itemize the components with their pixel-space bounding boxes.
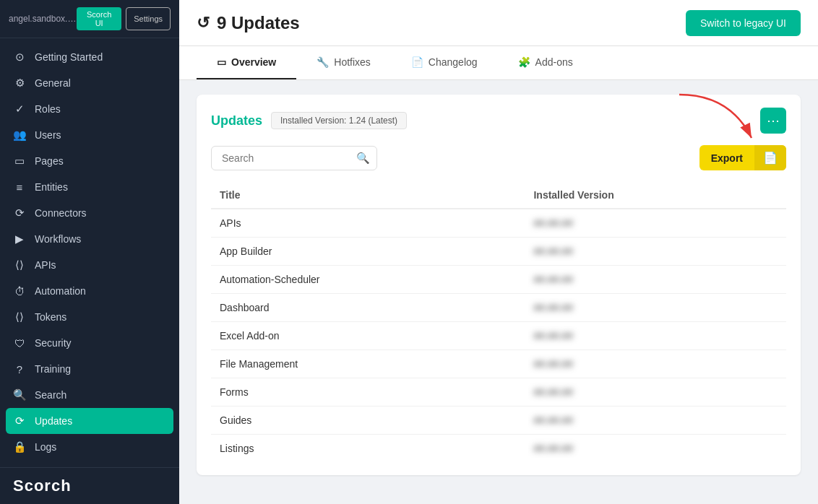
hotfixes-tab-label: Hotfixes xyxy=(334,56,371,68)
row-title: Guides xyxy=(211,407,525,435)
sidebar-item-users[interactable]: 👥 Users xyxy=(0,122,179,148)
workflows-icon: ▶ xyxy=(13,233,26,246)
sidebar-item-label: Entities xyxy=(35,181,68,193)
version-badge: Installed Version: 1.24 (Latest) xyxy=(271,112,407,129)
logs-icon: 🔒 xyxy=(13,440,26,453)
entities-icon: ≡ xyxy=(13,181,26,194)
tab-hotfixes[interactable]: 🔧 Hotfixes xyxy=(296,46,391,79)
sidebar-item-tokens[interactable]: ⟨⟩ Tokens xyxy=(0,304,179,330)
tokens-icon: ⟨⟩ xyxy=(13,310,26,323)
sidebar-item-label: Roles xyxy=(35,103,61,115)
export-icon-button[interactable]: 📄 xyxy=(754,145,786,170)
getting-started-icon: ⊙ xyxy=(13,51,26,64)
more-icon: ⋯ xyxy=(767,113,780,129)
table-row: Excel Add-on ##.##.## xyxy=(211,322,786,350)
legacy-ui-button[interactable]: Switch to legacy UI xyxy=(686,10,801,36)
page-title: 9 Updates xyxy=(217,13,300,33)
search-icon: 🔍 xyxy=(13,388,26,401)
table-row: Automation-Scheduler ##.##.## xyxy=(211,266,786,294)
sidebar-footer: Scorch xyxy=(0,467,179,504)
row-version: ##.##.## xyxy=(525,407,786,435)
sidebar-item-training[interactable]: ? Training xyxy=(0,356,179,382)
export-dropdown: Export 📄 xyxy=(699,145,786,170)
sidebar-user: angel.sandbox.0 ~ xyxy=(9,14,77,24)
sidebar-nav: ⊙ Getting Started ⚙ General ✓ Roles 👥 Us… xyxy=(0,38,179,467)
row-title: APIs xyxy=(211,209,525,238)
row-title: Automation-Scheduler xyxy=(211,266,525,294)
sidebar-item-label: Connectors xyxy=(35,207,87,219)
row-version: ##.##.## xyxy=(525,294,786,322)
sidebar-primary-btn[interactable]: Scorch UI xyxy=(77,7,121,30)
sidebar-item-label: Logs xyxy=(35,441,56,453)
updates-icon: ↺ xyxy=(197,14,210,32)
table-row: App Builder ##.##.## xyxy=(211,238,786,266)
updates-card: Updates Installed Version: 1.24 (Latest)… xyxy=(197,95,801,475)
changelog-tab-icon: 📄 xyxy=(411,56,423,68)
tab-add-ons[interactable]: 🧩 Add-ons xyxy=(498,46,593,79)
row-title: Dashboard xyxy=(211,294,525,322)
roles-icon: ✓ xyxy=(13,103,26,116)
row-title: App Builder xyxy=(211,238,525,266)
sidebar-item-getting-started[interactable]: ⊙ Getting Started xyxy=(0,44,179,70)
row-title: Forms xyxy=(211,378,525,407)
users-icon: 👥 xyxy=(13,129,26,142)
sidebar-item-workflows[interactable]: ▶ Workflows xyxy=(0,226,179,252)
search-input[interactable] xyxy=(211,146,377,170)
topbar: ↺ 9 Updates Switch to legacy UI xyxy=(179,0,818,46)
sidebar-item-roles[interactable]: ✓ Roles xyxy=(0,96,179,122)
tab-overview[interactable]: ▭ Overview xyxy=(197,46,296,79)
changelog-tab-label: Changelog xyxy=(429,56,478,68)
row-title: File Management xyxy=(211,350,525,378)
sidebar-item-label: Search xyxy=(35,389,66,401)
hotfixes-tab-icon: 🔧 xyxy=(317,56,329,68)
sidebar-item-automation[interactable]: ⏱ Automation xyxy=(0,278,179,304)
export-label[interactable]: Export xyxy=(699,147,754,170)
updates-table: Title Installed Version APIs ##.##.## Ap… xyxy=(211,182,786,462)
more-options-button[interactable]: ⋯ xyxy=(760,108,786,134)
sidebar-item-search[interactable]: 🔍 Search xyxy=(0,382,179,408)
search-icon: 🔍 xyxy=(356,152,370,165)
updates-header: Updates Installed Version: 1.24 (Latest)… xyxy=(211,108,786,134)
sidebar-item-security[interactable]: 🛡 Security xyxy=(0,330,179,356)
sidebar-item-logs[interactable]: 🔒 Logs xyxy=(0,434,179,460)
sidebar-item-label: Security xyxy=(35,337,72,349)
search-input-wrap: 🔍 xyxy=(211,146,377,170)
sidebar-item-updates[interactable]: ⟳ Updates xyxy=(6,408,173,434)
row-version: ##.##.## xyxy=(525,350,786,378)
add-ons-tab-icon: 🧩 xyxy=(518,56,530,68)
sidebar-item-label: Users xyxy=(35,129,61,141)
table-row: File Management ##.##.## xyxy=(211,350,786,378)
row-version: ##.##.## xyxy=(525,435,786,463)
updates-title-group: Updates Installed Version: 1.24 (Latest) xyxy=(211,112,407,129)
topbar-title-group: ↺ 9 Updates xyxy=(197,13,300,33)
table-row: Forms ##.##.## xyxy=(211,378,786,407)
sidebar-item-label: Pages xyxy=(35,155,64,167)
sidebar-item-label: Training xyxy=(35,363,71,375)
sidebar: angel.sandbox.0 ~ Scorch UI Settings ⊙ G… xyxy=(0,0,179,504)
sidebar-item-entities[interactable]: ≡ Entities xyxy=(0,174,179,200)
search-row: 🔍 Export 📄 xyxy=(211,145,786,170)
sidebar-item-label: Tokens xyxy=(35,311,66,323)
automation-icon: ⏱ xyxy=(13,284,26,297)
pages-icon: ▭ xyxy=(13,155,26,168)
apis-icon: ⟨⟩ xyxy=(13,258,26,271)
row-version: ##.##.## xyxy=(525,378,786,407)
tabs-bar: ▭ Overview 🔧 Hotfixes 📄 Changelog 🧩 Add-… xyxy=(179,46,818,80)
main-content: ↺ 9 Updates Switch to legacy UI ▭ Overvi… xyxy=(179,0,818,504)
row-title: Listings xyxy=(211,435,525,463)
tab-changelog[interactable]: 📄 Changelog xyxy=(391,46,498,79)
sidebar-item-label: APIs xyxy=(35,259,56,271)
sidebar-item-label: General xyxy=(35,77,71,89)
sidebar-item-label: Getting Started xyxy=(35,51,103,63)
training-icon: ? xyxy=(13,362,26,375)
sidebar-item-apis[interactable]: ⟨⟩ APIs xyxy=(0,252,179,278)
sidebar-item-connectors[interactable]: ⟳ Connectors xyxy=(0,200,179,226)
sidebar-secondary-btn[interactable]: Settings xyxy=(126,7,171,30)
sidebar-item-pages[interactable]: ▭ Pages xyxy=(0,148,179,174)
content-area: Updates Installed Version: 1.24 (Latest)… xyxy=(179,80,818,504)
sidebar-item-general[interactable]: ⚙ General xyxy=(0,70,179,96)
row-title: Excel Add-on xyxy=(211,322,525,350)
row-version: ##.##.## xyxy=(525,209,786,238)
add-ons-tab-label: Add-ons xyxy=(535,56,573,68)
col-title: Title xyxy=(211,182,525,209)
